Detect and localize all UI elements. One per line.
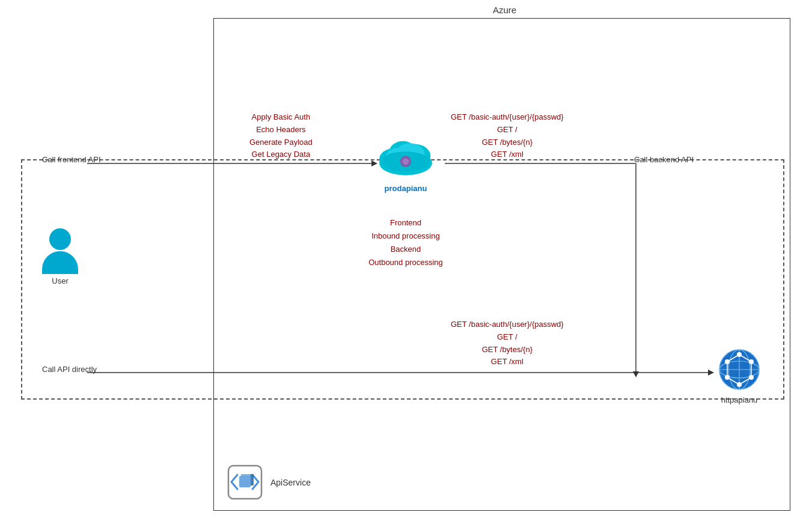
svg-rect-28 [239, 476, 251, 487]
backend-route-bot-2: GET / [451, 331, 564, 344]
backend-route-bot-3: GET /bytes/{n} [451, 344, 564, 356]
apiservice-label: ApiService [270, 478, 311, 487]
frontend-ops-list: Apply Basic Auth Echo Headers Generate P… [249, 111, 313, 161]
httpapianu-svg [718, 349, 760, 391]
api-processing-steps: Frontend Inbound processing Backend Outb… [358, 216, 454, 269]
processing-step-2: Inbound processing [358, 230, 454, 243]
frontend-op-3: Generate Payload [249, 136, 313, 149]
call-api-label: Call API directly [42, 365, 97, 374]
prodapianu-icon: prodapianu [367, 132, 445, 193]
svg-point-8 [403, 158, 409, 165]
backend-route-top-3: GET /bytes/{n} [451, 136, 564, 149]
user-label: User [36, 276, 84, 285]
cloud-name-label: prodapianu [367, 184, 445, 193]
backend-route-top-1: GET /basic-auth/{user}/{passwd} [451, 111, 564, 124]
backend-routes-top: GET /basic-auth/{user}/{passwd} GET / GE… [451, 111, 564, 161]
frontend-op-4: Get Legacy Data [249, 148, 313, 161]
user-icon: User [36, 228, 84, 285]
call-frontend-label: Call frontend API [42, 155, 101, 164]
user-body [42, 251, 78, 274]
backend-routes-bottom: GET /basic-auth/{user}/{passwd} GET / GE… [451, 318, 564, 368]
processing-step-1: Frontend [358, 216, 454, 230]
backend-route-bot-1: GET /basic-auth/{user}/{passwd} [451, 318, 564, 331]
httpapianu-icon: httpapianu [709, 349, 769, 404]
backend-route-bot-4: GET /xml [451, 356, 564, 368]
user-head [49, 228, 71, 250]
azure-label: Azure [493, 5, 516, 15]
processing-step-3: Backend [358, 243, 454, 256]
cloud-svg [373, 132, 439, 180]
frontend-op-1: Apply Basic Auth [249, 111, 313, 124]
backend-route-top-4: GET /xml [451, 148, 564, 161]
svg-rect-30 [251, 474, 254, 486]
diagram-container: Azure Call frontend API Call API directl… [0, 0, 812, 527]
processing-step-4: Outbound processing [358, 256, 454, 269]
apiservice-svg [225, 463, 264, 502]
apiservice-icon: ApiService [225, 463, 311, 502]
httpapianu-label: httpapianu [709, 395, 769, 404]
user-dashed-box [21, 159, 784, 400]
backend-route-top-2: GET / [451, 124, 564, 136]
frontend-op-2: Echo Headers [249, 124, 313, 136]
call-backend-label: Call backend API [634, 155, 694, 164]
